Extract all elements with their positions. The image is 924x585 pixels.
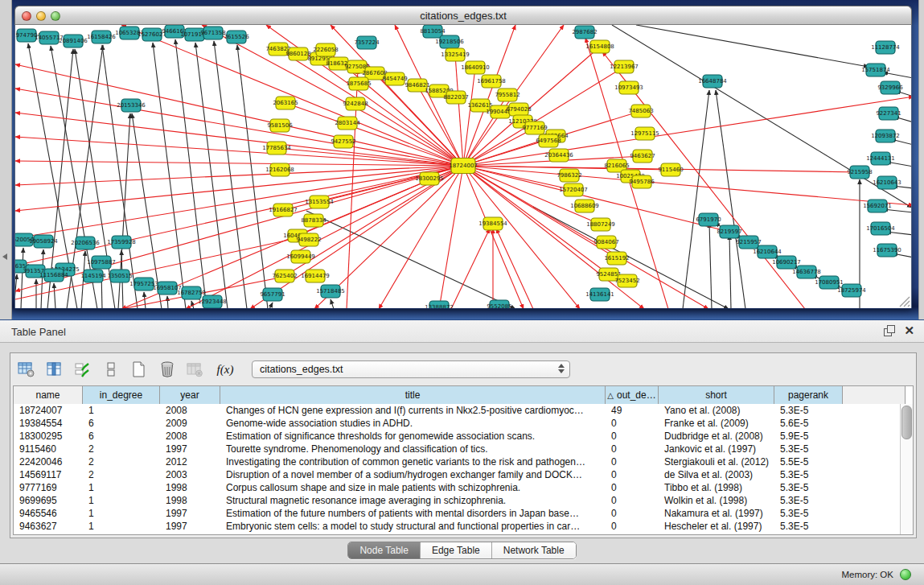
column-header-title[interactable]: title xyxy=(220,386,606,404)
graph-node[interactable]: 1145194 xyxy=(80,270,106,282)
graph-node[interactable]: 16210643 xyxy=(873,176,901,189)
graph-node[interactable]: 15751874 xyxy=(861,64,890,76)
graph-node[interactable]: 9657791 xyxy=(260,288,285,301)
network-canvas[interactable]: 1974790414055717208914061615842610653287… xyxy=(14,25,912,308)
graph-node[interactable]: 18724007 xyxy=(449,159,478,174)
tab-network-table[interactable]: Network Table xyxy=(491,542,576,558)
column-header-year[interactable]: year xyxy=(160,386,220,404)
graph-node[interactable]: 9084067 xyxy=(593,236,618,249)
graph-node[interactable]: 1350515 xyxy=(107,270,132,282)
graph-node[interactable]: 10975887 xyxy=(87,256,116,269)
graph-node[interactable]: 19166827 xyxy=(269,204,298,216)
graph-node[interactable]: 9215957 xyxy=(736,236,761,249)
delete-table-icon[interactable] xyxy=(185,359,206,380)
show-columns-icon[interactable] xyxy=(44,359,65,380)
graph-node[interactable]: 6791970 xyxy=(696,213,721,226)
graph-node[interactable]: 9552085 xyxy=(487,300,511,308)
table-row[interactable]: 1456911722003Disruption of a novel membe… xyxy=(14,468,901,481)
graph-node[interactable]: 7625402 xyxy=(272,270,297,282)
graph-node[interactable]: 9498222 xyxy=(296,233,321,246)
graph-node[interactable]: 9427552 xyxy=(331,135,355,148)
graph-node[interactable]: 1875685 xyxy=(346,77,371,90)
graph-node[interactable]: 17016504 xyxy=(866,222,895,235)
graph-node[interactable]: 9227341 xyxy=(876,107,901,120)
table-selector-dropdown[interactable]: citations_edges.txt xyxy=(252,360,570,378)
graph-node[interactable]: 2987682 xyxy=(572,26,597,39)
tab-node-table[interactable]: Node Table xyxy=(348,542,420,558)
graph-node[interactable]: 15720407 xyxy=(559,183,588,196)
graph-node[interactable]: 14136141 xyxy=(585,288,614,301)
graph-node[interactable]: 7357224 xyxy=(354,36,380,49)
table-row[interactable]: 969969511998Structural magnetic resonanc… xyxy=(14,494,901,507)
graph-node[interactable]: 18640910 xyxy=(461,61,490,74)
network-window-titlebar[interactable]: citations_edges.txt xyxy=(14,6,912,25)
function-builder-icon[interactable]: f(x) xyxy=(213,363,237,377)
citation-graph[interactable]: 1974790414055717208914061615842610653287… xyxy=(15,25,911,308)
graph-node[interactable]: 13153554 xyxy=(305,196,334,208)
column-header-filler[interactable] xyxy=(843,386,906,404)
graph-node[interactable]: 7523452 xyxy=(614,274,639,287)
table-row[interactable]: 1830029562008Estimation of significance … xyxy=(14,430,901,443)
graph-node[interactable]: 6794028 xyxy=(506,103,531,116)
vertical-scrollbar[interactable] xyxy=(900,404,913,534)
graph-node[interactable]: 19384554 xyxy=(478,217,507,230)
graph-node[interactable]: 1615192 xyxy=(604,252,629,265)
delete-selected-icon[interactable] xyxy=(157,359,178,380)
graph-node[interactable]: 9242848 xyxy=(343,97,368,110)
graph-node[interactable]: 17359928 xyxy=(107,236,136,249)
table-row[interactable]: 2242004622012Investigating the contribut… xyxy=(14,455,901,468)
graph-node[interactable]: 10688609 xyxy=(570,200,599,212)
graph-node[interactable]: 11128774 xyxy=(871,41,900,54)
table-row[interactable]: 946554611997Estimation of the future num… xyxy=(14,507,901,520)
float-panel-icon[interactable] xyxy=(884,325,894,336)
graph-node[interactable]: 18300295 xyxy=(415,172,444,185)
graph-node[interactable]: 7485063 xyxy=(628,105,653,117)
table-row[interactable]: 1938455462009Genome-wide association stu… xyxy=(14,417,901,430)
graph-node[interactable]: 8822037 xyxy=(443,91,468,104)
graph-node[interactable]: 16158426 xyxy=(87,31,116,43)
close-panel-icon[interactable]: ✕ xyxy=(904,325,914,336)
graph-node[interactable]: 2226058 xyxy=(313,43,338,56)
scrollbar-thumb[interactable] xyxy=(901,406,912,439)
select-rows-icon[interactable] xyxy=(72,359,93,380)
resize-grip-icon[interactable] xyxy=(900,297,910,307)
graph-node[interactable]: 8219597 xyxy=(717,225,741,238)
graph-node[interactable]: 12444131 xyxy=(866,152,895,165)
column-header-out_de…[interactable]: △out_de… xyxy=(606,386,659,404)
graph-node[interactable]: 8878334 xyxy=(301,214,326,227)
graph-node[interactable]: 16961758 xyxy=(477,75,506,88)
graph-node[interactable]: 16099449 xyxy=(286,250,315,263)
graph-node[interactable]: 9463627 xyxy=(630,150,655,163)
table-row[interactable]: 1872400712008Changes of HCN gene express… xyxy=(14,404,901,417)
column-header-short[interactable]: short xyxy=(659,386,774,404)
graph-node[interactable]: 12213967 xyxy=(610,60,639,73)
graph-node[interactable]: 13388872 xyxy=(425,301,454,308)
column-header-in_degree[interactable]: in_degree xyxy=(83,386,160,404)
graph-node[interactable]: 8454749 xyxy=(382,72,407,85)
graph-node[interactable]: 9115460 xyxy=(658,163,683,176)
table-settings-icon[interactable] xyxy=(16,359,37,380)
collapse-panel-arrow-icon[interactable] xyxy=(2,253,7,260)
create-table-icon[interactable] xyxy=(129,359,150,380)
graph-node[interactable]: 10690217 xyxy=(772,256,801,269)
graph-node[interactable]: 2803144 xyxy=(335,117,360,130)
column-header-pagerank[interactable]: pagerank xyxy=(774,386,843,404)
graph-node[interactable]: 17785634 xyxy=(262,142,291,154)
graph-node[interactable]: 6497568 xyxy=(536,134,561,147)
graph-node[interactable]: 12975115 xyxy=(630,127,659,140)
graph-node[interactable]: 9581506 xyxy=(267,119,293,132)
row-height-icon[interactable] xyxy=(101,359,121,380)
table-row[interactable]: 911546021997Tourette syndrome. Phenomeno… xyxy=(14,443,901,455)
graph-node[interactable]: 9671358 xyxy=(200,27,225,39)
graph-node[interactable]: 12923448 xyxy=(198,295,227,308)
column-header-name[interactable]: name xyxy=(14,386,83,404)
graph-node[interactable]: 16648784 xyxy=(698,75,727,88)
graph-node[interactable]: 7955812 xyxy=(495,89,519,101)
graph-node[interactable]: 9215958 xyxy=(847,166,872,179)
tab-edge-table[interactable]: Edge Table xyxy=(420,542,491,558)
graph-node[interactable]: 7986322 xyxy=(556,169,581,182)
graph-node[interactable]: 13325419 xyxy=(441,48,470,61)
graph-node[interactable]: 7615526 xyxy=(224,31,249,43)
graph-node[interactable]: 15718485 xyxy=(316,285,345,298)
graph-node[interactable]: 9329966 xyxy=(877,81,903,94)
